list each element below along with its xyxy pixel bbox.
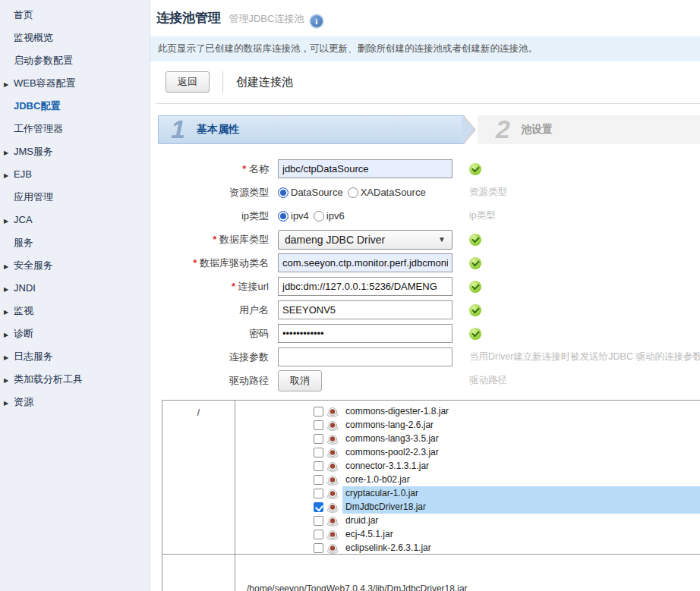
- jar-file-row[interactable]: ecj-4.5.1.jar: [235, 527, 700, 541]
- jar-file-row[interactable]: cryptacular-1.0.jar: [235, 486, 700, 500]
- expand-arrow-icon[interactable]: ▶: [4, 262, 8, 272]
- directory-tree-root[interactable]: /: [162, 401, 235, 554]
- checkbox-unchecked[interactable]: [314, 489, 323, 498]
- conn-params-input[interactable]: [278, 347, 452, 366]
- expand-arrow-icon[interactable]: ▶: [4, 307, 8, 318]
- sidebar-item-15[interactable]: ▶日志服务: [0, 345, 150, 368]
- jar-file-name[interactable]: ecj-4.5.1.jar: [342, 527, 700, 541]
- create-pool-tab[interactable]: 创建连接池: [236, 75, 293, 90]
- url-input[interactable]: [278, 277, 452, 296]
- checkbox-checked[interactable]: [314, 502, 323, 512]
- expand-arrow-icon[interactable]: ▶: [4, 171, 8, 181]
- sidebar-item-label: 启动参数配置: [14, 55, 73, 66]
- sidebar-item-4[interactable]: JDBC配置: [0, 95, 150, 118]
- db-type-select[interactable]: dameng JDBC Driver ▼: [278, 230, 452, 250]
- sidebar-item-label: 诊断: [14, 328, 33, 339]
- jar-file-name[interactable]: connector-3.1.3.1.jar: [342, 459, 700, 473]
- sidebar-item-1[interactable]: 监视概览: [0, 27, 150, 49]
- expand-arrow-icon[interactable]: ▶: [4, 330, 8, 341]
- username-input[interactable]: [278, 300, 452, 319]
- sidebar-item-17[interactable]: ▶资源: [0, 391, 150, 413]
- sidebar-item-9[interactable]: ▶JCA: [0, 209, 150, 231]
- sidebar-item-label: 监视概览: [14, 32, 53, 43]
- radio-option-datasource[interactable]: DataSource: [278, 187, 343, 198]
- checkbox-unchecked[interactable]: [314, 434, 323, 444]
- resource-type-label: 资源类型: [150, 186, 273, 200]
- jar-file-row[interactable]: commons-digester-1.8.jar: [235, 404, 700, 418]
- radio-icon[interactable]: [278, 211, 289, 222]
- jar-file-row[interactable]: druid.jar: [235, 514, 700, 527]
- jar-file-name[interactable]: eclipselink-2.6.3.1.jar: [342, 541, 700, 554]
- checkbox-unchecked[interactable]: [314, 543, 323, 553]
- jar-file-name[interactable]: DmJdbcDriver18.jar: [342, 500, 700, 514]
- sidebar-item-label: 工作管理器: [14, 123, 63, 134]
- radio-icon[interactable]: [278, 187, 289, 198]
- sidebar-item-16[interactable]: ▶类加载分析工具: [0, 368, 150, 391]
- sidebar-item-11[interactable]: ▶安全服务: [0, 254, 150, 277]
- jar-file-row[interactable]: core-1.0-b02.jar: [235, 473, 700, 486]
- expand-arrow-icon[interactable]: ▶: [4, 148, 8, 159]
- jar-file-name[interactable]: commons-pool2-2.3.jar: [342, 445, 700, 459]
- checkbox-unchecked[interactable]: [314, 407, 323, 417]
- jar-file-row[interactable]: eclipselink-2.6.3.1.jar: [235, 541, 700, 554]
- form-row-url: 连接url: [150, 275, 700, 298]
- sidebar-item-3[interactable]: ▶WEB容器配置: [0, 72, 150, 95]
- checkbox-unchecked[interactable]: [314, 475, 323, 485]
- expand-arrow-icon[interactable]: ▶: [4, 284, 8, 295]
- radio-option-ipv4[interactable]: ipv4: [278, 210, 309, 222]
- jar-file-row[interactable]: commons-lang-2.6.jar: [235, 418, 700, 432]
- radio-option-xadatasource[interactable]: XADataSource: [348, 187, 426, 198]
- driver-class-input[interactable]: [278, 253, 452, 272]
- checkbox-unchecked[interactable]: [314, 448, 323, 457]
- sidebar-item-13[interactable]: ▶监视: [0, 300, 150, 322]
- jar-file-name[interactable]: commons-digester-1.8.jar: [342, 404, 700, 418]
- driver-path-hint: 驱动路径: [469, 374, 507, 387]
- name-input[interactable]: [278, 159, 452, 178]
- jar-file-name[interactable]: druid.jar: [342, 514, 700, 527]
- sidebar-item-7[interactable]: ▶EJB: [0, 163, 150, 186]
- expand-arrow-icon[interactable]: ▶: [4, 376, 8, 386]
- expand-arrow-icon[interactable]: ▶: [4, 353, 8, 363]
- expand-arrow-icon[interactable]: ▶: [4, 398, 8, 409]
- checkbox-unchecked[interactable]: [314, 530, 323, 539]
- sidebar-item-12[interactable]: ▶JNDI: [0, 277, 150, 300]
- jar-file-name[interactable]: core-1.0-b02.jar: [342, 473, 700, 486]
- checkbox-unchecked[interactable]: [314, 461, 323, 471]
- jar-file-row[interactable]: connector-3.1.3.1.jar: [235, 459, 700, 473]
- radio-label: ipv6: [326, 210, 345, 222]
- password-label: 密码: [150, 327, 273, 341]
- page-title: 连接池管理: [156, 11, 221, 25]
- jar-file-name[interactable]: commons-lang3-3.5.jar: [342, 432, 700, 445]
- password-input[interactable]: [278, 324, 452, 343]
- selected-path-left-column: [162, 555, 235, 591]
- jar-cup-icon: [326, 515, 339, 527]
- jar-file-row[interactable]: commons-lang3-3.5.jar: [235, 432, 700, 445]
- jar-file-row[interactable]: DmJdbcDriver18.jar: [235, 500, 700, 514]
- sidebar-item-2[interactable]: 启动参数配置: [0, 49, 150, 72]
- back-button[interactable]: 返回: [166, 71, 210, 93]
- sidebar-item-5[interactable]: 工作管理器: [0, 118, 150, 140]
- driver-class-label: 数据库驱动类名: [150, 256, 273, 270]
- checkbox-unchecked[interactable]: [314, 516, 323, 526]
- radio-label: DataSource: [291, 187, 343, 198]
- jar-file-name[interactable]: commons-lang-2.6.jar: [342, 418, 700, 432]
- sidebar-item-label: JDBC配置: [14, 100, 60, 112]
- radio-option-ipv6[interactable]: ipv6: [314, 210, 345, 222]
- jar-file-name[interactable]: cryptacular-1.0.jar: [342, 486, 700, 500]
- tab-step-basic[interactable]: 1 基本属性: [158, 115, 465, 144]
- step-1-label: 基本属性: [197, 123, 239, 137]
- sidebar-item-10[interactable]: 服务: [0, 231, 150, 254]
- sidebar-item-8[interactable]: 应用管理: [0, 186, 150, 209]
- radio-icon[interactable]: [314, 211, 324, 222]
- sidebar-item-6[interactable]: ▶JMS服务: [0, 140, 150, 163]
- radio-icon[interactable]: [348, 187, 358, 198]
- jar-file-row[interactable]: commons-pool2-2.3.jar: [235, 445, 700, 459]
- sidebar-item-0[interactable]: 首页: [0, 4, 150, 27]
- cancel-button[interactable]: 取消: [278, 370, 322, 391]
- expand-arrow-icon[interactable]: ▶: [4, 216, 8, 227]
- sidebar-item-14[interactable]: ▶诊断: [0, 322, 150, 345]
- tab-step-pool[interactable]: 2 池设置: [478, 115, 700, 144]
- info-icon[interactable]: i: [311, 15, 323, 27]
- expand-arrow-icon[interactable]: ▶: [4, 80, 8, 90]
- checkbox-unchecked[interactable]: [314, 420, 323, 430]
